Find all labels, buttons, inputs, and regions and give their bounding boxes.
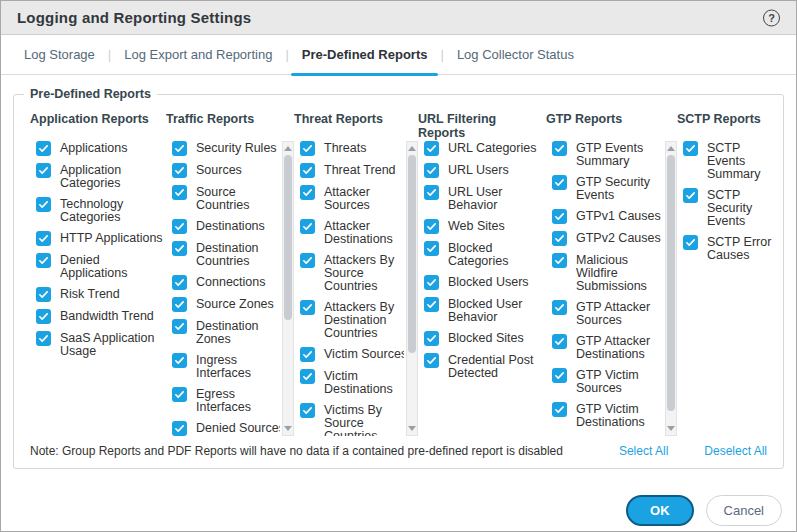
checkbox-row[interactable]: Technology Categories [36, 197, 166, 224]
scrollbar-thumb[interactable] [408, 155, 416, 353]
checkbox-checked-icon[interactable] [300, 300, 315, 315]
checkbox-row[interactable]: Victim Sources [300, 347, 404, 362]
checkbox-row[interactable]: Victims By Source Countries [300, 403, 404, 436]
checkbox-row[interactable]: Blocked Users [424, 275, 546, 290]
checkbox-checked-icon[interactable] [552, 402, 567, 417]
checkbox-row[interactable]: Applications [36, 141, 166, 156]
checkbox-row[interactable]: GTP Security Events [552, 175, 663, 202]
checkbox-checked-icon[interactable] [172, 185, 187, 200]
scrollbar[interactable] [665, 141, 677, 436]
checkbox-row[interactable]: Attacker Destinations [300, 219, 404, 246]
checkbox-row[interactable]: GTP Victim Sources [552, 368, 663, 395]
checkbox-checked-icon[interactable] [683, 141, 698, 156]
checkbox-checked-icon[interactable] [172, 219, 187, 234]
scrollbar[interactable] [282, 141, 294, 436]
checkbox-row[interactable]: Blocked User Behavior [424, 297, 546, 324]
checkbox-row[interactable]: Ingress Interfaces [172, 353, 280, 380]
checkbox-row[interactable]: SCTP Error Causes [683, 235, 775, 262]
checkbox-row[interactable]: GTP Events Summary [552, 141, 663, 168]
tab-log-storage[interactable]: Log Storage [11, 35, 108, 75]
checkbox-row[interactable]: Denied Applications [36, 253, 166, 280]
checkbox-row[interactable]: URL User Behavior [424, 185, 546, 212]
checkbox-checked-icon[interactable] [424, 275, 439, 290]
checkbox-checked-icon[interactable] [172, 387, 187, 402]
tab-log-export-and-reporting[interactable]: Log Export and Reporting [111, 35, 285, 75]
checkbox-row[interactable]: URL Categories [424, 141, 546, 156]
checkbox-row[interactable]: Sources [172, 163, 280, 178]
checkbox-checked-icon[interactable] [424, 219, 439, 234]
checkbox-row[interactable]: Connections [172, 275, 280, 290]
scroll-up-arrow-icon[interactable] [667, 146, 675, 151]
checkbox-checked-icon[interactable] [552, 368, 567, 383]
checkbox-checked-icon[interactable] [300, 185, 315, 200]
checkbox-checked-icon[interactable] [552, 141, 567, 156]
checkbox-row[interactable]: HTTP Applications [36, 231, 166, 246]
checkbox-checked-icon[interactable] [552, 231, 567, 246]
checkbox-row[interactable]: Security Rules [172, 141, 280, 156]
checkbox-checked-icon[interactable] [172, 141, 187, 156]
checkbox-checked-icon[interactable] [36, 253, 51, 268]
scroll-down-arrow-icon[interactable] [667, 426, 675, 431]
checkbox-row[interactable]: GTP Attacker Sources [552, 300, 663, 327]
checkbox-checked-icon[interactable] [300, 163, 315, 178]
checkbox-row[interactable]: GTP Attacker Destinations [552, 334, 663, 361]
checkbox-checked-icon[interactable] [36, 163, 51, 178]
checkbox-checked-icon[interactable] [424, 241, 439, 256]
checkbox-row[interactable]: Destinations [172, 219, 280, 234]
checkbox-checked-icon[interactable] [424, 163, 439, 178]
checkbox-row[interactable]: Risk Trend [36, 287, 166, 302]
checkbox-checked-icon[interactable] [424, 353, 439, 368]
scroll-up-arrow-icon[interactable] [284, 146, 292, 151]
scrollbar[interactable] [406, 141, 418, 436]
checkbox-row[interactable]: SCTP Events Summary [683, 141, 775, 181]
checkbox-checked-icon[interactable] [552, 175, 567, 190]
checkbox-row[interactable]: Credential Post Detected [424, 353, 546, 380]
checkbox-checked-icon[interactable] [172, 275, 187, 290]
checkbox-checked-icon[interactable] [300, 253, 315, 268]
checkbox-row[interactable]: Bandwidth Trend [36, 309, 166, 324]
checkbox-checked-icon[interactable] [552, 300, 567, 315]
tab-pre-defined-reports[interactable]: Pre-Defined Reports [289, 35, 441, 75]
checkbox-checked-icon[interactable] [172, 241, 187, 256]
checkbox-checked-icon[interactable] [172, 319, 187, 334]
checkbox-checked-icon[interactable] [552, 334, 567, 349]
checkbox-checked-icon[interactable] [172, 163, 187, 178]
checkbox-checked-icon[interactable] [552, 253, 567, 268]
checkbox-row[interactable]: Threats [300, 141, 404, 156]
checkbox-checked-icon[interactable] [36, 331, 51, 346]
checkbox-checked-icon[interactable] [300, 347, 315, 362]
checkbox-row[interactable]: Egress Interfaces [172, 387, 280, 414]
scroll-down-arrow-icon[interactable] [408, 426, 416, 431]
checkbox-checked-icon[interactable] [36, 309, 51, 324]
select-all-link[interactable]: Select All [619, 444, 668, 458]
deselect-all-link[interactable]: Deselect All [704, 444, 767, 458]
checkbox-row[interactable]: Web Sites [424, 219, 546, 234]
scrollbar-thumb[interactable] [667, 155, 675, 411]
checkbox-checked-icon[interactable] [424, 141, 439, 156]
checkbox-row[interactable]: SCTP Security Events [683, 188, 775, 228]
checkbox-row[interactable]: Source Countries [172, 185, 280, 212]
tab-log-collector-status[interactable]: Log Collector Status [444, 35, 587, 75]
checkbox-row[interactable]: GTP Victim Destinations [552, 402, 663, 429]
checkbox-checked-icon[interactable] [36, 141, 51, 156]
scrollbar-thumb[interactable] [284, 155, 292, 320]
scroll-up-arrow-icon[interactable] [408, 146, 416, 151]
checkbox-row[interactable]: Destination Countries [172, 241, 280, 268]
checkbox-row[interactable]: Malicious Wildfire Submissions [552, 253, 663, 293]
checkbox-row[interactable]: Attackers By Destination Countries [300, 300, 404, 340]
checkbox-row[interactable]: Attacker Sources [300, 185, 404, 212]
checkbox-checked-icon[interactable] [300, 219, 315, 234]
checkbox-checked-icon[interactable] [300, 403, 315, 418]
checkbox-checked-icon[interactable] [683, 188, 698, 203]
checkbox-checked-icon[interactable] [300, 141, 315, 156]
checkbox-row[interactable]: GTPv1 Causes [552, 209, 663, 224]
checkbox-row[interactable]: Attackers By Source Countries [300, 253, 404, 293]
cancel-button[interactable]: Cancel [706, 495, 782, 526]
checkbox-checked-icon[interactable] [36, 287, 51, 302]
checkbox-checked-icon[interactable] [424, 297, 439, 312]
checkbox-row[interactable]: GTPv2 Causes [552, 231, 663, 246]
checkbox-checked-icon[interactable] [172, 353, 187, 368]
checkbox-checked-icon[interactable] [172, 421, 187, 436]
checkbox-checked-icon[interactable] [683, 235, 698, 250]
checkbox-row[interactable]: Blocked Sites [424, 331, 546, 346]
